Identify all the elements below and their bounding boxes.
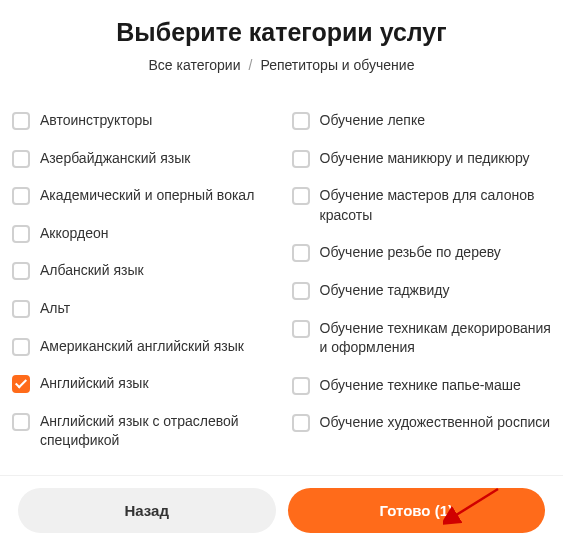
left-column: АвтоинструкторыАзербайджанский языкАкаде… bbox=[12, 111, 272, 451]
checkbox[interactable] bbox=[292, 187, 310, 205]
checkbox[interactable] bbox=[292, 244, 310, 262]
back-button[interactable]: Назад bbox=[18, 488, 276, 533]
page-title: Выберите категории услуг bbox=[20, 18, 543, 47]
category-label: Албанский язык bbox=[40, 261, 144, 281]
breadcrumb-root[interactable]: Все категории bbox=[149, 57, 241, 73]
category-label: Обучение таджвиду bbox=[320, 281, 450, 301]
category-label: Автоинструкторы bbox=[40, 111, 152, 131]
right-column: Обучение лепкеОбучение маникюру и педикю… bbox=[292, 111, 552, 451]
checkbox[interactable] bbox=[292, 377, 310, 395]
category-label: Обучение лепке bbox=[320, 111, 426, 131]
category-item[interactable]: Альт bbox=[12, 299, 272, 319]
category-item[interactable]: Аккордеон bbox=[12, 224, 272, 244]
header: Выберите категории услуг Все категории /… bbox=[0, 0, 563, 87]
category-item[interactable]: Автоинструкторы bbox=[12, 111, 272, 131]
category-item[interactable]: Обучение техникам декорирования и оформл… bbox=[292, 319, 552, 358]
checkbox[interactable] bbox=[12, 187, 30, 205]
category-label: Азербайджанский язык bbox=[40, 149, 190, 169]
category-label: Аккордеон bbox=[40, 224, 108, 244]
category-item[interactable]: Обучение таджвиду bbox=[292, 281, 552, 301]
checkbox[interactable] bbox=[12, 413, 30, 431]
checkbox[interactable] bbox=[12, 300, 30, 318]
breadcrumb-separator: / bbox=[249, 57, 253, 73]
breadcrumb-current: Репетиторы и обучение bbox=[260, 57, 414, 73]
checkbox[interactable] bbox=[12, 225, 30, 243]
category-item[interactable]: Азербайджанский язык bbox=[12, 149, 272, 169]
category-label: Обучение художественной росписи bbox=[320, 413, 551, 433]
category-label: Американский английский язык bbox=[40, 337, 244, 357]
category-label: Альт bbox=[40, 299, 70, 319]
category-list: АвтоинструкторыАзербайджанский языкАкаде… bbox=[0, 87, 563, 451]
category-item[interactable]: Академический и оперный вокал bbox=[12, 186, 272, 206]
checkbox[interactable] bbox=[292, 112, 310, 130]
done-button[interactable]: Готово (1) bbox=[288, 488, 546, 533]
category-label: Академический и оперный вокал bbox=[40, 186, 254, 206]
checkbox[interactable] bbox=[292, 414, 310, 432]
category-item[interactable]: Английский язык с отраслевой спецификой bbox=[12, 412, 272, 451]
checkbox[interactable] bbox=[12, 375, 30, 393]
checkbox[interactable] bbox=[292, 320, 310, 338]
checkbox[interactable] bbox=[12, 338, 30, 356]
checkbox[interactable] bbox=[292, 282, 310, 300]
category-item[interactable]: Американский английский язык bbox=[12, 337, 272, 357]
category-label: Обучение резьбе по дереву bbox=[320, 243, 501, 263]
category-item[interactable]: Обучение технике папье-маше bbox=[292, 376, 552, 396]
category-item[interactable]: Обучение лепке bbox=[292, 111, 552, 131]
checkbox[interactable] bbox=[292, 150, 310, 168]
footer: Назад Готово (1) bbox=[0, 475, 563, 547]
category-item[interactable]: Обучение художественной росписи bbox=[292, 413, 552, 433]
breadcrumb: Все категории / Репетиторы и обучение bbox=[20, 57, 543, 73]
category-label: Английский язык bbox=[40, 374, 149, 394]
checkbox[interactable] bbox=[12, 262, 30, 280]
category-label: Обучение технике папье-маше bbox=[320, 376, 521, 396]
category-item[interactable]: Английский язык bbox=[12, 374, 272, 394]
category-label: Английский язык с отраслевой спецификой bbox=[40, 412, 272, 451]
checkbox[interactable] bbox=[12, 150, 30, 168]
category-item[interactable]: Албанский язык bbox=[12, 261, 272, 281]
category-label: Обучение мастеров для салонов красоты bbox=[320, 186, 552, 225]
category-item[interactable]: Обучение резьбе по дереву bbox=[292, 243, 552, 263]
category-item[interactable]: Обучение маникюру и педикюру bbox=[292, 149, 552, 169]
category-label: Обучение маникюру и педикюру bbox=[320, 149, 530, 169]
category-label: Обучение техникам декорирования и оформл… bbox=[320, 319, 552, 358]
checkbox[interactable] bbox=[12, 112, 30, 130]
category-item[interactable]: Обучение мастеров для салонов красоты bbox=[292, 186, 552, 225]
